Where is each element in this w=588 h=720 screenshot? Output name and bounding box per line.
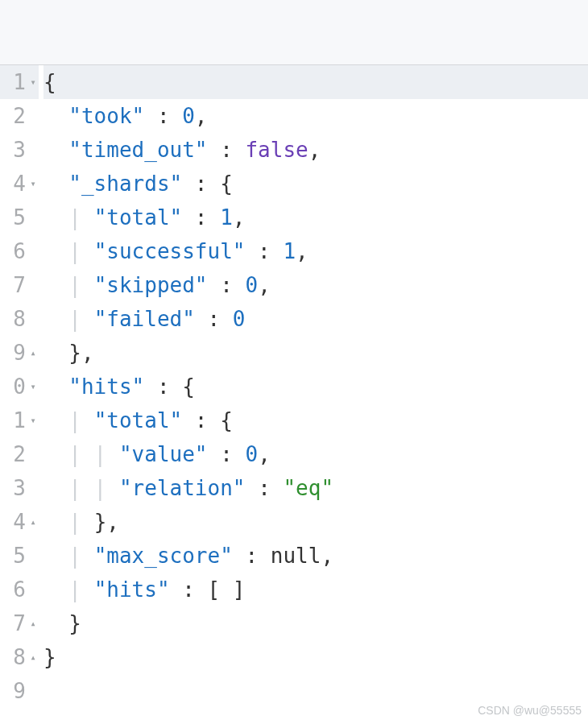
code-line[interactable]: "took" : 0,: [43, 99, 588, 133]
code-line[interactable]: "hits" : {: [43, 370, 588, 403]
fold-toggle-icon[interactable]: ▾: [27, 167, 39, 201]
code-editor[interactable]: 1234567890123456789 ▾▾▴▾▾▴▴▴ { "took" : …: [0, 65, 588, 720]
code-token: {: [43, 70, 56, 94]
line-number[interactable]: 1: [0, 65, 27, 99]
code-token: :: [182, 205, 220, 230]
code-line[interactable]: | },: [43, 505, 588, 539]
editor-frame: 1234567890123456789 ▾▾▴▾▾▴▴▴ { "took" : …: [0, 64, 588, 720]
fold-toggle-icon[interactable]: ▴: [27, 640, 39, 674]
code-token: ,: [233, 205, 246, 230]
code-token: | |: [68, 476, 119, 500]
line-number[interactable]: 2: [0, 99, 27, 133]
code-token: null: [271, 544, 321, 568]
code-line[interactable]: | "skipped" : 0,: [43, 268, 588, 302]
code-token: }: [43, 611, 81, 635]
code-line[interactable]: | "total" : 1,: [43, 201, 588, 234]
line-number[interactable]: 8: [0, 302, 27, 336]
code-token: [43, 138, 68, 162]
line-number[interactable]: 6: [0, 234, 27, 268]
code-line[interactable]: | "hits" : [ ]: [43, 573, 588, 606]
code-token: "total": [94, 205, 183, 230]
fold-toggle-icon[interactable]: ▴: [27, 606, 39, 640]
code-token: ,: [296, 239, 308, 263]
fold-column[interactable]: ▾▾▴▾▾▴▴▴: [27, 65, 39, 720]
code-token: |: [68, 408, 93, 432]
code-token: |: [68, 205, 93, 230]
code-token: [43, 273, 68, 297]
fold-spacer: [27, 573, 39, 606]
line-number[interactable]: 8: [0, 640, 27, 674]
fold-toggle-icon[interactable]: ▾: [27, 403, 39, 437]
code-token: :: [208, 138, 246, 162]
line-number-gutter[interactable]: 1234567890123456789: [0, 65, 27, 720]
code-line[interactable]: },: [43, 336, 588, 370]
code-line[interactable]: }: [43, 640, 588, 674]
line-number[interactable]: 6: [0, 573, 27, 606]
code-token: "took": [68, 104, 144, 128]
line-number[interactable]: 3: [0, 133, 27, 167]
line-number[interactable]: 5: [0, 539, 27, 573]
code-line[interactable]: | "successful" : 1,: [43, 234, 588, 268]
code-token: "timed_out": [68, 138, 207, 162]
code-token: :: [208, 442, 246, 466]
code-token: [43, 307, 68, 331]
code-token: [43, 374, 68, 399]
code-token: : {: [182, 172, 233, 196]
fold-spacer: [27, 201, 39, 234]
fold-spacer: [27, 437, 39, 471]
code-token: "hits": [68, 374, 144, 399]
code-token: [43, 239, 68, 263]
line-number[interactable]: 5: [0, 201, 27, 234]
fold-toggle-icon[interactable]: ▾: [27, 65, 39, 99]
line-number[interactable]: 2: [0, 437, 27, 471]
code-token: : {: [144, 374, 195, 399]
code-token: "value": [119, 442, 208, 466]
code-token: 0: [233, 307, 246, 331]
code-token: [43, 408, 68, 432]
code-line[interactable]: [43, 674, 588, 708]
code-line[interactable]: | "total" : {: [43, 403, 588, 437]
code-token: "successful": [94, 239, 246, 263]
code-token: },: [43, 341, 94, 365]
line-number[interactable]: 1: [0, 403, 27, 437]
code-token: |: [68, 307, 93, 331]
fold-toggle-icon[interactable]: ▴: [27, 505, 39, 539]
code-line[interactable]: | "max_score" : null,: [43, 539, 588, 573]
code-line[interactable]: "_shards" : {: [43, 167, 588, 201]
fold-toggle-icon[interactable]: ▴: [27, 336, 39, 370]
code-line[interactable]: {: [43, 65, 588, 99]
line-number[interactable]: 7: [0, 268, 27, 302]
fold-spacer: [27, 99, 39, 133]
code-token: |: [68, 273, 93, 297]
code-token: :: [144, 104, 182, 128]
code-token: : [ ]: [170, 577, 246, 602]
code-token: ,: [308, 138, 321, 162]
code-token: | |: [68, 442, 119, 466]
code-token: [43, 577, 68, 602]
code-line[interactable]: | | "relation" : "eq": [43, 471, 588, 505]
code-area[interactable]: { "took" : 0, "timed_out" : false, "_sha…: [39, 65, 588, 720]
code-token: "relation": [119, 476, 246, 500]
code-line[interactable]: "timed_out" : false,: [43, 133, 588, 167]
code-token: 0: [182, 104, 195, 128]
code-token: :: [245, 476, 283, 500]
code-line[interactable]: }: [43, 606, 588, 640]
fold-toggle-icon[interactable]: ▾: [27, 370, 39, 403]
code-line[interactable]: | | "value" : 0,: [43, 437, 588, 471]
code-token: :: [245, 239, 283, 263]
code-token: |: [68, 510, 93, 534]
line-number[interactable]: 7: [0, 606, 27, 640]
fold-spacer: [27, 234, 39, 268]
line-number[interactable]: 0: [0, 370, 27, 403]
code-token: "_shards": [68, 172, 182, 196]
code-token: [43, 510, 68, 534]
line-number[interactable]: 3: [0, 471, 27, 505]
line-number[interactable]: 9: [0, 336, 27, 370]
line-number[interactable]: 4: [0, 167, 27, 201]
line-number[interactable]: 9: [0, 674, 27, 708]
code-line[interactable]: | "failed" : 0: [43, 302, 588, 336]
code-token: [43, 172, 68, 196]
code-token: "hits": [94, 577, 170, 602]
code-token: |: [68, 544, 93, 568]
line-number[interactable]: 4: [0, 505, 27, 539]
